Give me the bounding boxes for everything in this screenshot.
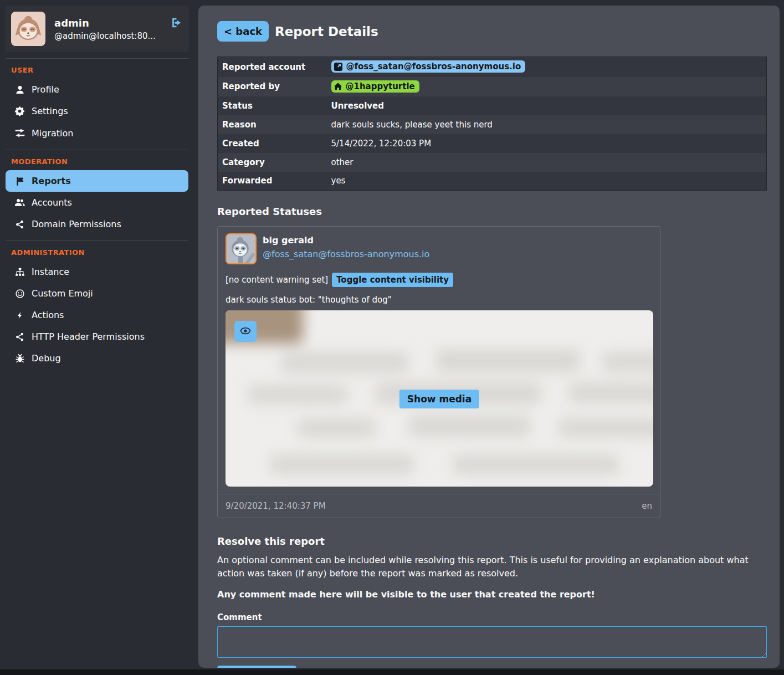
user-icon [14,85,25,95]
avatar [11,12,45,46]
logout-icon[interactable] [170,17,183,31]
row-label: Category [218,153,327,172]
user-identity: admin @admin@localhost:80... [54,17,156,41]
row-value: yes [327,172,767,191]
user-handle: @admin@localhost:80... [54,31,156,41]
row-value: @foss_satan@fossbros-anonymous.io [327,57,767,77]
row-label: Forwarded [218,172,327,191]
status-author: big gerald @foss_satan@fossbros-anonymou… [263,233,429,259]
show-media-button[interactable]: Show media [399,390,479,408]
row-value: Unresolved [327,96,767,115]
eye-icon [239,325,252,339]
row-label: Created [218,134,327,153]
status-timestamp: 9/20/2021, 12:40:37 PM [226,501,326,511]
content-warning-text: [no content warning set] [226,275,328,285]
row-label: Reported account [218,57,327,77]
sidebar-section-user: USER Profile Settings [6,58,188,144]
external-link-icon [334,62,343,71]
status-author-avatar [226,233,257,264]
sidebar-item-label: Debug [32,353,61,364]
row-label: Reason [218,115,327,134]
reporter-handle: @1happyturtle [346,81,415,91]
status-media-attachment: Show media [226,310,653,487]
table-row-forwarded: Forwarded yes [218,172,767,191]
reported-statuses-heading: Reported Statuses [217,206,761,217]
status-author-displayname: big gerald [263,235,429,246]
page-title: Report Details [275,24,378,39]
house-icon [334,82,342,91]
sidebar-section-moderation: MODERATION Reports Accounts [6,150,188,235]
row-value: 5/14/2022, 12:20:03 PM [327,134,767,153]
sitemap-icon [14,267,25,277]
username: admin [54,17,156,29]
status-header: big gerald @foss_satan@fossbros-anonymou… [226,233,652,264]
status-body-text: dark souls status bot: "thoughts of dog" [226,295,652,305]
row-value: other [327,153,767,172]
resolve-description: An optional comment can be included whil… [217,554,761,580]
admin-settings-page: admin @admin@localhost:80... USER Profil [0,0,784,669]
sidebar-item-label: Custom Emoji [32,288,93,299]
section-label: ADMINISTRATION [11,248,188,257]
reported-status-card: big gerald @foss_satan@fossbros-anonymou… [217,226,660,518]
reported-account-handle: @foss_satan@fossbros-anonymous.io [346,62,521,71]
status-author-handle[interactable]: @foss_satan@fossbros-anonymous.io [263,249,429,259]
resolve-button[interactable]: Resolve [217,666,296,668]
row-value: @1happyturtle [327,77,767,96]
sidebar-item-custom-emoji[interactable]: Custom Emoji [6,283,188,304]
section-label: MODERATION [11,157,188,166]
sidebar-item-instance[interactable]: Instance [6,261,188,283]
share-nodes-icon [14,219,25,229]
sidebar-item-debug[interactable]: Debug [6,347,188,369]
report-details-panel: < back Report Details Reported account [198,6,780,668]
smiley-icon [14,289,25,299]
status-language: en [642,501,652,511]
sidebar-item-label: Actions [32,310,64,320]
table-row-reported-account: Reported account @foss_satan@fossbros-an… [218,57,767,77]
section-label: USER [11,66,188,74]
sidebar-item-accounts[interactable]: Accounts [6,192,188,213]
flag-icon [14,176,25,186]
back-button[interactable]: < back [217,21,269,42]
table-row-status: Status Unresolved [218,96,767,115]
sidebar-item-label: Accounts [32,197,72,208]
resolve-warning: Any comment made here will be visible to… [217,589,761,600]
bug-icon [14,354,25,364]
resolve-report-heading: Resolve this report [217,535,761,547]
sidebar-item-domain-permissions[interactable]: Domain Permissions [6,213,188,235]
table-row-reason: Reason dark souls sucks, please yeet thi… [218,115,767,134]
reporter-account-link[interactable]: @1happyturtle [331,80,419,93]
users-icon [14,197,25,208]
table-row-category: Category other [218,153,767,172]
sidebar-item-label: Migration [32,128,73,139]
table-row-created: Created 5/14/2022, 12:20:03 PM [218,134,767,153]
sidebar-item-label: Reports [32,176,71,186]
table-row-reported-by: Reported by @1happyturtle [218,77,767,96]
sidebar-item-profile[interactable]: Profile [6,79,188,100]
sidebar-item-reports[interactable]: Reports [6,170,188,192]
sidebar: admin @admin@localhost:80... USER Profil [6,6,188,369]
share-nodes-icon [14,332,25,342]
sidebar-item-settings[interactable]: Settings [6,100,188,122]
sidebar-item-actions[interactable]: Actions [6,304,188,326]
comment-input[interactable] [217,626,767,658]
content-warning-row: [no content warning set] Toggle content … [226,273,652,287]
user-card: admin @admin@localhost:80... [6,6,188,52]
hide-media-eye-button[interactable] [234,321,257,342]
sidebar-item-label: Profile [32,84,59,95]
gears-icon [14,106,25,116]
migration-arrows-icon [14,127,25,139]
sidebar-section-administration: ADMINISTRATION Instance [6,241,188,369]
reported-account-link[interactable]: @foss_satan@fossbros-anonymous.io [331,60,526,73]
comment-label: Comment [217,612,761,622]
sidebar-item-http-header-permissions[interactable]: HTTP Header Permissions [6,326,188,347]
sidebar-item-label: HTTP Header Permissions [32,331,145,342]
sidebar-item-migration[interactable]: Migration [6,122,188,144]
bolt-icon [14,310,25,320]
toggle-content-visibility-button[interactable]: Toggle content visibility [332,273,453,287]
row-label: Reported by [218,77,327,96]
sidebar-item-label: Domain Permissions [32,219,121,229]
row-value: dark souls sucks, please yeet this nerd [327,115,767,134]
sidebar-item-label: Settings [32,106,68,116]
report-details-table: Reported account @foss_satan@fossbros-an… [217,57,767,191]
page-header: < back Report Details [217,21,761,42]
